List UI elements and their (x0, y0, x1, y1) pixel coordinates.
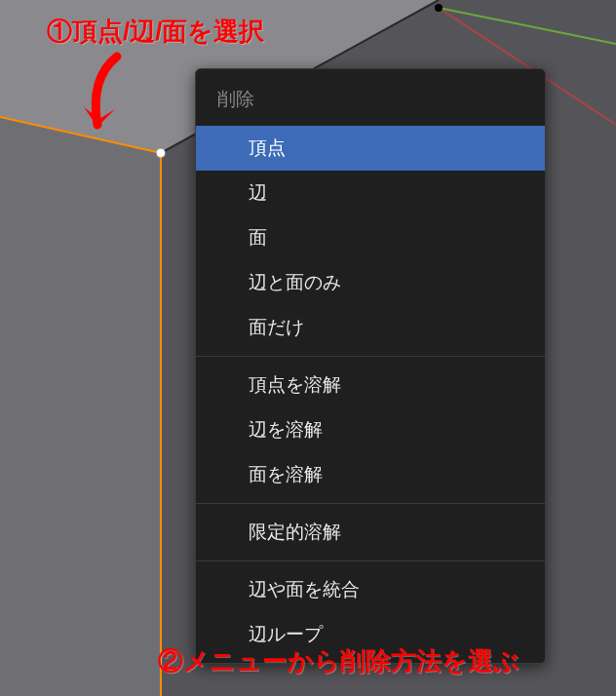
menu-group-1: 頂点を溶解 辺を溶解 面を溶解 (196, 363, 545, 497)
menu-group-0: 頂点 辺 面 辺と面のみ 面だけ (196, 126, 545, 350)
menu-separator (196, 503, 545, 504)
menu-item-only-edges-faces[interactable]: 辺と面のみ (196, 260, 545, 305)
menu-separator (196, 561, 545, 561)
menu-item-merge-edges-faces[interactable]: 辺や面を統合 (196, 567, 545, 612)
annotation-arrow (68, 49, 185, 170)
menu-item-dissolve-vertices[interactable]: 頂点を溶解 (196, 363, 545, 407)
delete-context-menu: 削除 頂点 辺 面 辺と面のみ 面だけ 頂点を溶解 辺を溶解 面を溶解 限定的溶… (195, 68, 546, 664)
menu-item-dissolve-faces[interactable]: 面を溶解 (196, 452, 545, 497)
menu-item-faces[interactable]: 面 (196, 215, 545, 260)
menu-item-limited-dissolve[interactable]: 限定的溶解 (196, 510, 545, 555)
menu-item-dissolve-edges[interactable]: 辺を溶解 (196, 407, 545, 452)
menu-item-vertices[interactable]: 頂点 (196, 126, 545, 171)
annotation-step2: ②メニューから削除方法を選ぶ (158, 644, 520, 678)
menu-group-2: 限定的溶解 (196, 510, 545, 555)
menu-title: 削除 (196, 75, 545, 126)
menu-separator (196, 356, 545, 357)
cube-left-face[interactable] (0, 117, 161, 696)
menu-item-only-faces[interactable]: 面だけ (196, 305, 545, 350)
menu-item-edges[interactable]: 辺 (196, 171, 545, 215)
annotation-step1: ①頂点/辺/面を選択 (47, 15, 264, 49)
vertex[interactable] (435, 4, 443, 12)
